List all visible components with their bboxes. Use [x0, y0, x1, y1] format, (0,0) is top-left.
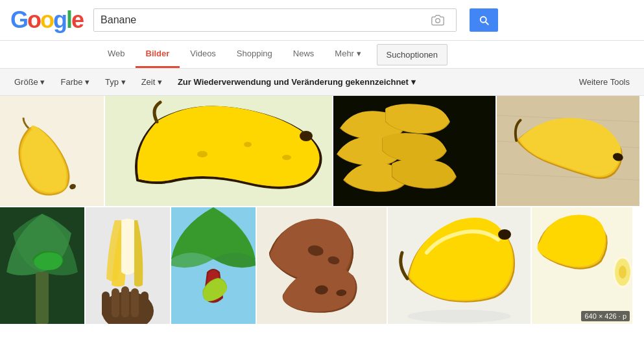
- banana-image-4: [497, 96, 639, 206]
- tab-news[interactable]: News: [283, 41, 325, 68]
- logo-o2: o: [40, 6, 53, 33]
- logo-g1: G: [10, 6, 27, 33]
- svg-point-30: [498, 229, 511, 240]
- filter-color[interactable]: Farbe ▾: [54, 74, 96, 90]
- image-cell-3[interactable]: [333, 96, 495, 206]
- image-cell-1[interactable]: [0, 96, 104, 206]
- logo-o1: o: [27, 6, 40, 33]
- filter-type[interactable]: Typ ▾: [99, 74, 132, 90]
- image-cell-5[interactable]: [0, 207, 84, 324]
- filter-reuse[interactable]: Zur Wiederverwendung und Veränderung gek…: [171, 74, 422, 90]
- image-badge: 640 × 426 · p: [581, 311, 630, 321]
- tab-mehr[interactable]: Mehr ▾: [324, 41, 371, 68]
- banana-image-5: [0, 207, 84, 324]
- filter-size[interactable]: Größe ▾: [8, 74, 51, 90]
- image-cell-7[interactable]: [171, 207, 256, 324]
- banana-image-9: [388, 207, 531, 324]
- svg-rect-15: [36, 272, 49, 324]
- tab-bilder[interactable]: Bilder: [136, 41, 180, 68]
- filter-time[interactable]: Zeit ▾: [135, 74, 169, 90]
- image-cell-8[interactable]: [257, 207, 387, 324]
- banana-image-2: [105, 96, 332, 206]
- tab-web[interactable]: Web: [97, 41, 136, 68]
- svg-point-7: [300, 131, 313, 141]
- image-cell-2[interactable]: [105, 96, 332, 206]
- banana-image-3: [333, 96, 495, 206]
- svg-point-4: [197, 151, 208, 157]
- header: Google: [0, 0, 644, 41]
- search-input[interactable]: [101, 14, 431, 26]
- camera-icon[interactable]: [431, 14, 444, 27]
- svg-point-35: [619, 266, 626, 279]
- svg-rect-20: [121, 286, 129, 317]
- svg-rect-19: [112, 288, 119, 317]
- suchoptionen-button[interactable]: Suchoptionen: [377, 44, 448, 65]
- banana-image-8: [257, 207, 387, 324]
- banana-image-6: [86, 207, 170, 324]
- logo-l: l: [66, 6, 71, 33]
- tab-shopping[interactable]: Shopping: [226, 41, 283, 68]
- google-logo: Google: [10, 6, 83, 34]
- image-cell-4[interactable]: [497, 96, 639, 206]
- svg-point-6: [282, 155, 291, 160]
- image-cell-6[interactable]: [86, 207, 170, 324]
- search-icon: [478, 14, 490, 26]
- svg-point-5: [244, 142, 252, 147]
- logo-e: e: [71, 6, 83, 33]
- svg-rect-21: [131, 288, 139, 317]
- image-cell-10[interactable]: 640 × 426 · p: [532, 207, 632, 324]
- nav-tabs: Web Bilder Videos Shopping News Mehr ▾ S…: [0, 41, 644, 69]
- svg-point-31: [407, 310, 511, 323]
- svg-rect-18: [102, 292, 110, 317]
- image-cell-9[interactable]: [388, 207, 531, 324]
- banana-image-7: [171, 207, 256, 324]
- search-bar: [93, 8, 457, 32]
- image-row-2: 640 × 426 · p: [0, 207, 644, 324]
- filter-tools[interactable]: Weitere Tools: [573, 74, 636, 90]
- search-button[interactable]: [470, 8, 498, 32]
- banana-image-10: [532, 207, 632, 324]
- logo-g2: g: [53, 6, 66, 33]
- image-row-1: [0, 96, 644, 206]
- filter-bar: Größe ▾ Farbe ▾ Typ ▾ Zeit ▾ Zur Wiederv…: [0, 69, 644, 96]
- svg-rect-22: [141, 292, 149, 316]
- svg-point-0: [436, 19, 440, 23]
- tab-videos[interactable]: Videos: [180, 41, 226, 68]
- banana-image-1: [0, 96, 104, 206]
